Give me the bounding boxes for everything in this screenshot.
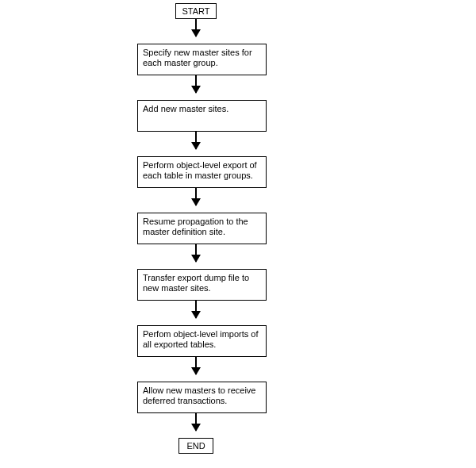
node-n7-label: Allow new masters to receive deferred tr… (143, 386, 255, 405)
arrow-n6-n7 (195, 357, 197, 374)
arrow-n4-n5 (195, 244, 197, 262)
arrow-start-n1 (195, 19, 197, 36)
arrow-n1-n2 (195, 75, 197, 93)
arrow-n7-end (195, 413, 197, 431)
arrow-n2-n3 (195, 132, 197, 149)
arrow-n3-n4 (195, 188, 197, 205)
node-n5: Transfer export dump file to new master … (137, 269, 267, 301)
arrow-n5-n6 (195, 301, 197, 318)
node-n2: Add new master sites. (137, 100, 267, 132)
node-n4: Resume propagation to the master definit… (137, 213, 267, 244)
flowchart-canvas: START Specify new master sites for each … (0, 0, 476, 468)
node-n6-label: Perfom object-level imports of all expor… (143, 329, 259, 349)
node-n7: Allow new masters to receive deferred tr… (137, 382, 267, 413)
node-n2-label: Add new master sites. (143, 104, 228, 113)
node-start-label: START (182, 6, 209, 16)
node-end: END (178, 438, 213, 454)
node-n5-label: Transfer export dump file to new master … (143, 273, 249, 293)
node-n6: Perfom object-level imports of all expor… (137, 325, 267, 357)
node-end-label: END (186, 441, 205, 451)
node-start: START (175, 3, 217, 19)
node-n3-label: Perform object-level export of each tabl… (143, 160, 257, 180)
node-n3: Perform object-level export of each tabl… (137, 156, 267, 188)
node-n1: Specify new master sites for each master… (137, 44, 267, 75)
node-n4-label: Resume propagation to the master definit… (143, 217, 248, 236)
node-n1-label: Specify new master sites for each master… (143, 48, 252, 67)
